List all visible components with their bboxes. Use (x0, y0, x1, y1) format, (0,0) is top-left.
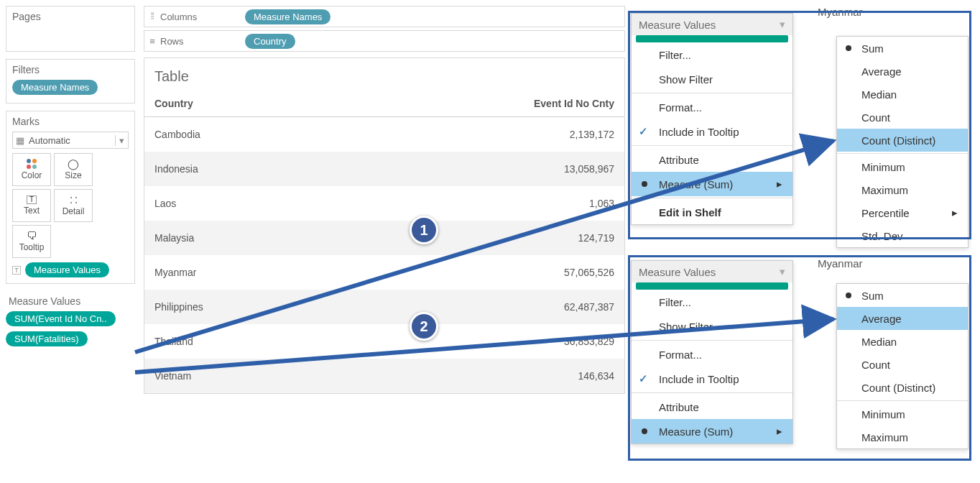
filters-title: Filters (12, 64, 129, 75)
marks-text[interactable]: T Text (12, 189, 51, 222)
menu-measure-sum-2[interactable]: Measure (Sum)▸ (632, 419, 792, 443)
columns-label: Columns (160, 12, 239, 22)
sub-median-1[interactable]: Median (837, 83, 968, 106)
submenu-1: Sum Average Median Count Count (Distinct… (836, 36, 969, 248)
table-row: Thailand36,853,829 (144, 324, 624, 359)
columns-pill-measure-names[interactable]: Measure Names (245, 9, 330, 24)
mv-pill-fatalities[interactable]: SUM(Fatalities) (6, 331, 88, 346)
menu-filter[interactable]: Filter... (632, 42, 792, 67)
marks-color[interactable]: Color (12, 153, 51, 186)
pages-shelf[interactable]: Pages (6, 6, 135, 52)
mv-pill-event-id[interactable]: SUM(Event Id No Cn.. (6, 311, 116, 326)
rows-shelf[interactable]: ≡ Rows Country (144, 30, 625, 52)
rows-label: Rows (160, 36, 239, 47)
chevron-down-icon: ▾ (780, 265, 785, 278)
text-mark-icon: T (12, 266, 21, 275)
sub-average-2[interactable]: Average (837, 307, 968, 330)
filter-pill-measure-names[interactable]: Measure Names (12, 80, 98, 95)
bullet-icon (846, 293, 851, 298)
table-icon: ▦ (13, 135, 27, 146)
sub-count-distinct-2[interactable]: Count (Distinct) (837, 376, 968, 399)
filters-shelf[interactable]: Filters Measure Names (6, 59, 135, 104)
size-icon: ◯ (68, 159, 79, 169)
data-view: Table Country Event Id No Cnty Cambodia2… (144, 58, 625, 394)
sub-minimum-1[interactable]: Minimum (837, 155, 968, 178)
marks-title: Marks (12, 116, 129, 127)
chevron-down-icon: ▾ (780, 18, 785, 31)
chevron-right-icon: ▸ (952, 206, 958, 219)
marks-type-dropdown[interactable]: ▦ Automatic ▾ (12, 132, 129, 149)
marks-pill-measure-values[interactable]: Measure Values (25, 262, 109, 277)
country-label-2: Myanmar (818, 257, 863, 270)
bullet-icon (642, 428, 647, 434)
sub-median-2[interactable]: Median (837, 330, 968, 353)
sub-sum-2[interactable]: Sum (837, 284, 968, 307)
rows-pill-country[interactable]: Country (245, 34, 295, 49)
sub-stddev-1[interactable]: Std. Dev (837, 224, 968, 247)
col-country[interactable]: Country (144, 91, 339, 117)
table-row: Vietnam146,634 (144, 359, 624, 393)
col-value[interactable]: Event Id No Cnty (339, 91, 624, 117)
menu-format-2[interactable]: Format... (632, 342, 792, 367)
marks-tooltip[interactable]: 🗨 Tooltip (12, 225, 51, 258)
context-menu-1: Measure Values▾ Filter... Show Filter Fo… (631, 13, 793, 225)
columns-shelf[interactable]: ⦙⦙ Columns Measure Names (144, 6, 625, 27)
table-row: Indonesia13,058,967 (144, 152, 624, 186)
table-row: Laos1,063 (144, 186, 624, 221)
menu-header-2[interactable]: Measure Values▾ (632, 261, 792, 282)
menu-filter-2[interactable]: Filter... (632, 290, 792, 314)
table-row: Myanmar57,065,526 (144, 255, 624, 290)
menu-edit-shelf[interactable]: Edit in Shelf (632, 200, 792, 224)
bullet-icon (846, 45, 851, 51)
chevron-right-icon: ▸ (777, 178, 782, 190)
marks-shelf[interactable]: Marks ▦ Automatic ▾ Color ◯ Size T Text … (6, 111, 135, 284)
text-icon: T (27, 196, 37, 204)
pages-title: Pages (12, 11, 129, 22)
rows-icon: ≡ (144, 36, 160, 47)
menu-show-filter[interactable]: Show Filter (632, 67, 792, 91)
menu-include-tooltip[interactable]: ✓Include in Tooltip (632, 119, 792, 144)
sub-minimum-2[interactable]: Minimum (837, 402, 968, 426)
menu-attribute-2[interactable]: Attribute (632, 395, 792, 419)
sub-percentile-1[interactable]: Percentile▸ (837, 201, 968, 224)
data-table: Country Event Id No Cnty Cambodia2,139,1… (144, 91, 624, 393)
bullet-icon (642, 181, 647, 187)
measure-values-title: Measure Values (6, 295, 135, 307)
sub-count-1[interactable]: Count (837, 106, 968, 129)
mv-bar-2 (636, 282, 788, 290)
submenu-2: Sum Average Median Count Count (Distinct… (836, 283, 969, 449)
sub-sum-1[interactable]: Sum (837, 37, 968, 60)
sub-count-2[interactable]: Count (837, 353, 968, 376)
country-label-1: Myanmar (818, 6, 863, 18)
context-menu-2: Measure Values▾ Filter... Show Filter Fo… (631, 260, 793, 444)
chevron-down-icon[interactable]: ▾ (115, 135, 128, 146)
view-title: Table (144, 58, 624, 91)
sub-count-distinct-1[interactable]: Count (Distinct) (837, 129, 968, 152)
check-icon: ✓ (639, 372, 648, 385)
columns-icon: ⦙⦙ (144, 11, 160, 22)
table-row: Cambodia2,139,172 (144, 117, 624, 152)
marks-type-label: Automatic (27, 135, 115, 146)
sub-average-1[interactable]: Average (837, 60, 968, 83)
measure-values-shelf[interactable]: Measure Values SUM(Event Id No Cn.. SUM(… (6, 291, 135, 354)
menu-format[interactable]: Format... (632, 95, 792, 119)
marks-size[interactable]: ◯ Size (54, 153, 93, 186)
chevron-right-icon: ▸ (777, 425, 782, 438)
annotation-badge-2: 2 (410, 312, 438, 341)
table-row: Malaysia124,719 (144, 221, 624, 255)
check-icon: ✓ (639, 125, 648, 138)
sub-maximum-2[interactable]: Maximum (837, 426, 968, 448)
menu-measure-sum[interactable]: Measure (Sum)▸ (632, 172, 792, 196)
mv-bar-1 (636, 35, 788, 42)
detail-icon: ⸬ (70, 195, 77, 205)
menu-header-1[interactable]: Measure Values▾ (632, 14, 792, 35)
menu-attribute[interactable]: Attribute (632, 147, 792, 172)
table-row: Philippines62,487,387 (144, 290, 624, 324)
marks-detail[interactable]: ⸬ Detail (54, 189, 93, 222)
annotation-badge-1: 1 (410, 216, 438, 244)
tooltip-icon: 🗨 (27, 231, 37, 241)
menu-show-filter-2[interactable]: Show Filter (632, 314, 792, 339)
sub-maximum-1[interactable]: Maximum (837, 178, 968, 201)
menu-include-tooltip-2[interactable]: ✓Include in Tooltip (632, 367, 792, 391)
